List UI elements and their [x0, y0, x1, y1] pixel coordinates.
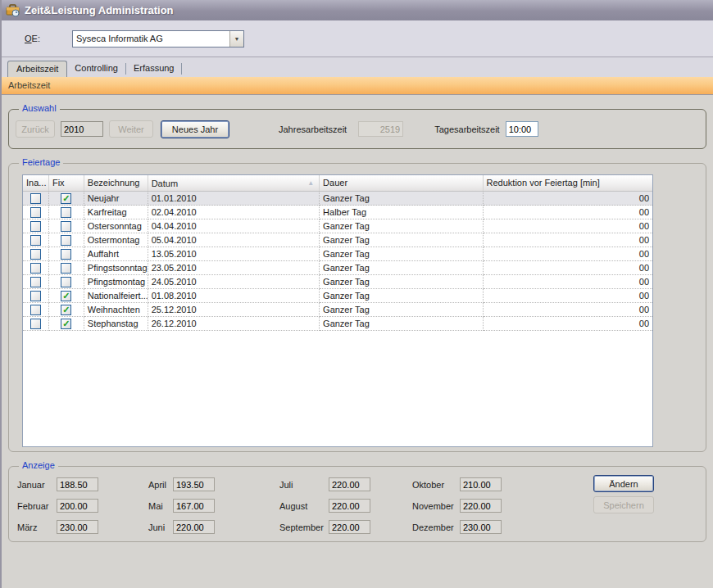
holiday-name: Pfingstmontag	[84, 275, 148, 289]
fix-checkbox[interactable]: ✓	[61, 249, 71, 260]
anzeige-legend: Anzeige	[19, 460, 58, 470]
fix-checkbox[interactable]: ✓	[61, 235, 71, 246]
month-label: Juli	[279, 480, 329, 490]
table-row[interactable]: ✓ ✓ Auffahrt 13.05.2010 Ganzer Tag 00	[23, 247, 652, 261]
holiday-date: 23.05.2010	[148, 261, 320, 275]
column-header-datum[interactable]: Datum ▲	[148, 175, 320, 192]
inactive-checkbox[interactable]: ✓	[30, 193, 41, 204]
holiday-date: 01.01.2010	[148, 192, 320, 206]
month-label: November	[412, 501, 460, 511]
inactive-checkbox[interactable]: ✓	[30, 319, 41, 329]
feiertage-groupbox: Feiertage Ina... Fix Bezeichnung Datum ▲…	[8, 163, 706, 452]
holiday-date: 13.05.2010	[148, 247, 320, 261]
main-content: Auswahl Zurück Weiter Neues Jahr Jahresa…	[2, 109, 713, 542]
holiday-name: Nationalfeiert...	[84, 289, 148, 303]
holiday-date: 01.08.2010	[148, 289, 320, 303]
table-row[interactable]: ✓ ✓ Weihnachten 25.12.2010 Ganzer Tag 00	[23, 303, 652, 317]
year-input[interactable]	[61, 121, 103, 137]
fix-checkbox[interactable]: ✓	[61, 291, 71, 301]
neues-jahr-button[interactable]: Neues Jahr	[161, 120, 229, 138]
table-row[interactable]: ✓ ✓ Karfreitag 02.04.2010 Halber Tag 00	[23, 206, 652, 219]
fix-checkbox[interactable]: ✓	[61, 207, 71, 218]
column-header-dauer[interactable]: Dauer	[320, 175, 483, 192]
weiter-button[interactable]: Weiter	[109, 120, 153, 138]
check-icon: ✓	[62, 292, 70, 301]
table-row[interactable]: ✓ ✓ Nationalfeiert... 01.08.2010 Ganzer …	[23, 289, 652, 303]
month-label: Juni	[148, 522, 173, 532]
anzeige-months: Januar Februar März April Mai Juni Juli …	[9, 467, 706, 534]
holiday-date: 02.04.2010	[148, 206, 320, 219]
table-row[interactable]: ✓ ✓ Ostermontag 05.04.2010 Ganzer Tag 00	[23, 233, 652, 247]
jahresarbeitszeit-field	[358, 121, 403, 137]
fix-checkbox[interactable]: ✓	[61, 221, 71, 232]
fix-checkbox[interactable]: ✓	[61, 305, 71, 315]
month-value-input[interactable]	[329, 477, 370, 491]
holiday-duration: Ganzer Tag	[320, 261, 483, 275]
check-icon: ✓	[62, 194, 70, 203]
table-row[interactable]: ✓ ✓ Neujahr 01.01.2010 Ganzer Tag 00	[23, 192, 652, 206]
inactive-checkbox[interactable]: ✓	[30, 291, 41, 301]
chevron-down-icon[interactable]: ▼	[229, 31, 243, 47]
month-value-input[interactable]	[173, 477, 215, 491]
inactive-checkbox[interactable]: ✓	[30, 221, 41, 232]
month-value-input[interactable]	[173, 520, 215, 534]
tab-controlling[interactable]: Controlling	[67, 61, 125, 77]
table-row[interactable]: ✓ ✓ Pfingstmontag 24.05.2010 Ganzer Tag …	[23, 275, 652, 289]
inactive-checkbox[interactable]: ✓	[30, 305, 41, 315]
oe-label: OE:	[25, 34, 72, 43]
holiday-reduction: 00	[484, 206, 652, 219]
holiday-date: 26.12.2010	[148, 317, 320, 331]
table-row[interactable]: ✓ ✓ Ostersonntag 04.04.2010 Ganzer Tag 0…	[23, 219, 652, 233]
month-value-input[interactable]	[57, 477, 98, 491]
inactive-checkbox[interactable]: ✓	[30, 235, 41, 246]
month-value-input[interactable]	[329, 499, 370, 513]
inactive-checkbox[interactable]: ✓	[30, 263, 41, 274]
holiday-date: 05.04.2010	[148, 233, 320, 247]
speichern-button[interactable]: Speichern	[593, 496, 654, 513]
holiday-reduction: 00	[484, 303, 652, 317]
table-row[interactable]: ✓ ✓ Pfingstsonntag 23.05.2010 Ganzer Tag…	[23, 261, 652, 275]
fix-checkbox[interactable]: ✓	[61, 277, 71, 287]
inactive-checkbox[interactable]: ✓	[30, 249, 41, 260]
column-header-inactive[interactable]: Ina...	[23, 175, 49, 192]
fix-checkbox[interactable]: ✓	[61, 319, 71, 329]
month-value-input[interactable]	[57, 520, 98, 534]
inactive-checkbox[interactable]: ✓	[30, 277, 41, 287]
holiday-reduction: 00	[484, 192, 652, 206]
holiday-duration: Ganzer Tag	[320, 289, 483, 303]
tab-erfassung[interactable]: Erfassung	[126, 61, 182, 77]
holiday-duration: Ganzer Tag	[320, 317, 483, 331]
feiertage-table: Ina... Fix Bezeichnung Datum ▲ Dauer Red…	[22, 174, 653, 447]
jahresarbeitszeit-label: Jahresarbeitszeit	[279, 124, 347, 134]
briefcase-clock-icon	[6, 4, 20, 17]
tab-arbeitszeit[interactable]: Arbeitszeit	[7, 61, 67, 77]
column-header-bezeichnung[interactable]: Bezeichnung	[84, 175, 148, 192]
column-header-fix[interactable]: Fix	[49, 175, 84, 192]
month-label: Mai	[148, 501, 173, 511]
month-value-input[interactable]	[57, 499, 98, 513]
aendern-button[interactable]: Ändern	[593, 475, 654, 492]
feiertage-legend: Feiertage	[19, 157, 63, 167]
check-icon: ✓	[62, 305, 70, 314]
month-value-input[interactable]	[329, 520, 370, 534]
month-label: Oktober	[412, 480, 460, 490]
fix-checkbox[interactable]: ✓	[61, 193, 71, 204]
holiday-reduction: 00	[484, 289, 652, 303]
month-value-input[interactable]	[460, 477, 502, 491]
holiday-reduction: 00	[484, 233, 652, 247]
fix-checkbox[interactable]: ✓	[61, 263, 71, 274]
month-value-input[interactable]	[460, 520, 502, 534]
month-value-input[interactable]	[173, 499, 215, 513]
holiday-date: 25.12.2010	[148, 303, 320, 317]
tagesarbeitszeit-input[interactable]	[506, 121, 538, 137]
month-value-input[interactable]	[460, 499, 502, 513]
oe-combobox[interactable]: Syseca Informatik AG ▼	[72, 30, 244, 47]
check-icon: ✓	[62, 319, 70, 328]
zurueck-button[interactable]: Zurück	[16, 120, 55, 138]
holiday-duration: Halber Tag	[320, 206, 483, 219]
month-label: April	[148, 480, 173, 490]
table-row[interactable]: ✓ ✓ Stephanstag 26.12.2010 Ganzer Tag 00	[23, 317, 652, 331]
column-header-reduktion[interactable]: Reduktion vor Feiertag [min]	[484, 175, 652, 192]
month-label: März	[17, 522, 57, 532]
inactive-checkbox[interactable]: ✓	[30, 207, 41, 218]
